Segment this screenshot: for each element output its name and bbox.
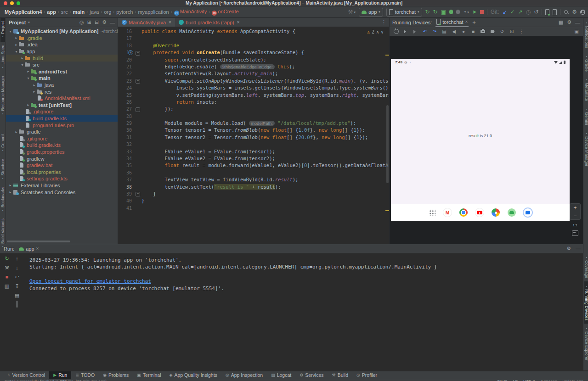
search-everywhere-icon[interactable] [564,10,569,15]
code-line-40[interactable]: 40} [118,197,389,204]
stripe-item-notifications[interactable]: ▪Notifications [584,18,588,51]
code-line-27[interactable]: 27− }); [118,106,389,112]
line-ending[interactable]: LF [513,379,518,381]
panel-options-icon[interactable]: ⚙ [102,19,107,25]
stripe-item-device-explorer[interactable]: ▪Device Explorer [584,324,588,364]
home-button-icon[interactable]: ● [461,29,466,34]
android-app-icon[interactable] [508,208,516,217]
breadcrumb-item-myapplication[interactable]: myapplication [138,9,169,15]
code-line-18[interactable]: 18 @Override [118,42,389,49]
tree-row-build.gradle.kts[interactable]: build.gradle.kts [6,142,118,149]
stripe-item-limo-spec[interactable]: ▪Limo Spec [0,42,5,73]
breadcrumb-item-MainActivity[interactable]: CMainActivity [174,9,207,16]
tree-row-.gradle[interactable]: ▸.gradle [6,35,118,42]
up-stack-trace-icon[interactable]: ↑ [16,256,18,261]
breadcrumb-item-main[interactable]: main [73,9,85,15]
git-commit-icon[interactable]: ✓ [510,9,515,15]
apply-code-changes-icon[interactable]: ↻ [433,9,438,15]
chrome-icon[interactable] [459,208,468,217]
app-drawer-icon[interactable] [429,209,435,216]
code-line-34[interactable]: 34 EValue eValue2 = EValue.from(tensor2)… [118,155,389,162]
panel-options-icon[interactable]: ⚙ [567,19,571,25]
stripe-item-commit[interactable]: ▪Commit [0,130,5,156]
close-window-button[interactable] [4,1,7,5]
tree-row-External-Libraries[interactable]: ▸External Libraries [6,182,118,189]
hardware-input-icon[interactable]: ▣ [574,29,579,34]
youtube-icon[interactable] [475,208,484,217]
emulator-screen[interactable]: 7:49 ◷ ◔ result is 21.0 M [391,59,570,221]
horizontal-scrollbar[interactable] [7,241,70,242]
code-line-21[interactable]: 21 EdgeToEdge.enable( $this$enableEdgeTo… [118,63,389,70]
close-icon[interactable]: × [36,246,39,251]
tool-window-button-build[interactable]: ⚒Build [328,371,352,379]
code-line-37[interactable]: 37 TextView textView = findViewById(R.id… [118,176,389,183]
tree-row-AndroidManifest.xml[interactable]: AndroidManifest.xml [6,95,118,102]
stripe-item-project[interactable]: ▪Project [0,18,5,42]
apply-changes-icon[interactable]: ↻ [425,9,430,15]
tree-row-build[interactable]: ▸build [6,55,118,62]
prev-problem-icon[interactable]: ∧ [376,28,379,35]
run-tab-app[interactable]: app × [19,246,39,252]
logcat-panel-link[interactable]: Open logcat panel for emulator torchchat [29,278,588,285]
breadcrumb-item-org[interactable]: org [104,9,111,15]
overview-button-icon[interactable]: ■ [470,29,476,34]
stripe-item-gradle[interactable]: ▪Gradle [584,51,588,75]
tool-window-button-app-inspection[interactable]: ◎App Inspection [221,371,267,379]
tree-row-test-unitTest-[interactable]: ▸test [unitTest] [6,102,118,109]
zoom-fit-button[interactable] [572,230,578,236]
profiler-icon[interactable]: ◔▾ [463,9,469,15]
zoom-window-button[interactable] [17,1,20,5]
tree-row-.idea[interactable]: ▸.idea [6,41,118,48]
tool-window-button-app-quality-insights[interactable]: ◈App Quality Insights [165,371,221,379]
stripe-item-device-manager[interactable]: ▪Device Manager [584,129,588,170]
volume-down-icon[interactable] [413,30,418,34]
tree-row-gradlew[interactable]: gradlew [6,155,118,162]
code-line-30[interactable]: 30 Tensor tensor1 = Tensor.fromBlob(new … [118,127,389,134]
inspection-widget[interactable]: ⚠ 2 ∧ ∨ [366,28,384,35]
code-line-19[interactable]: 19−↑ protected void onCreate(Bundle save… [118,49,389,56]
code-line-24[interactable]: 24 Insets systemBars = insets.getInsets(… [118,84,389,91]
collapse-all-icon[interactable]: ⊟ [95,19,99,25]
hide-panel-icon[interactable]: — [110,20,115,25]
down-stack-trace-icon[interactable]: ↓ [16,265,18,270]
tree-row-java[interactable]: ▸java [6,82,118,89]
next-problem-icon[interactable]: ∨ [381,28,384,35]
settings-icon[interactable]: ⚙ [572,9,577,15]
debug-icon[interactable] [449,10,453,14]
chevron-down-icon[interactable]: ▾ [28,21,30,24]
close-icon[interactable]: × [465,19,468,24]
soft-wrap-icon[interactable]: ↩ [15,275,19,280]
volume-up-icon[interactable] [403,30,408,34]
fold-device-icon[interactable]: ▤ [441,29,447,34]
scroll-to-end-icon[interactable]: ↧ [15,284,19,289]
fold-icon[interactable]: − [136,107,140,112]
file-encoding[interactable]: UTF-8 [523,379,535,381]
code-line-32[interactable]: 32 [118,141,389,148]
locate-file-icon[interactable]: ◎ [79,19,84,25]
add-device-button[interactable]: + [472,19,476,26]
tree-row-app[interactable]: ▾app [6,48,118,55]
tool-window-button-logcat[interactable]: ▤Logcat [267,371,295,379]
build-tool-icon[interactable]: ⚒▾ [348,9,356,15]
code-line-16[interactable]: 16public class MainActivity extends AppC… [118,28,389,35]
tab-options-icon[interactable]: ⋮ [381,19,389,25]
code-line-17[interactable]: 17 [118,35,389,42]
attach-debugger-icon[interactable] [456,10,460,14]
tool-window-button-terminal[interactable]: ▣Terminal [133,371,165,379]
editor-scrollbar[interactable] [386,105,389,183]
snapshot-icon[interactable]: ↺ [499,29,505,34]
power-button-icon[interactable] [393,29,399,34]
tool-window-button-services[interactable]: ⚙Services [295,371,328,379]
tree-row-local.properties[interactable]: local.properties [6,168,118,175]
stop-icon[interactable] [480,10,484,14]
code-area[interactable]: ⚠ 2 ∧ ∨ 16public class MainActivity exte… [118,27,389,244]
fold-icon[interactable]: − [136,192,140,196]
layout-icon[interactable]: ▦ [559,19,563,25]
code-line-28[interactable]: 28 [118,113,389,120]
code-line-26[interactable]: 26 return insets; [118,99,389,106]
close-tab-icon[interactable]: × [169,20,171,25]
panel-options-icon[interactable]: ⚙ [566,246,571,252]
fold-icon[interactable]: − [136,79,140,84]
display-settings-icon[interactable]: ⊡ [509,29,514,34]
stripe-item-coverage[interactable]: ▪Coverage [584,252,588,281]
